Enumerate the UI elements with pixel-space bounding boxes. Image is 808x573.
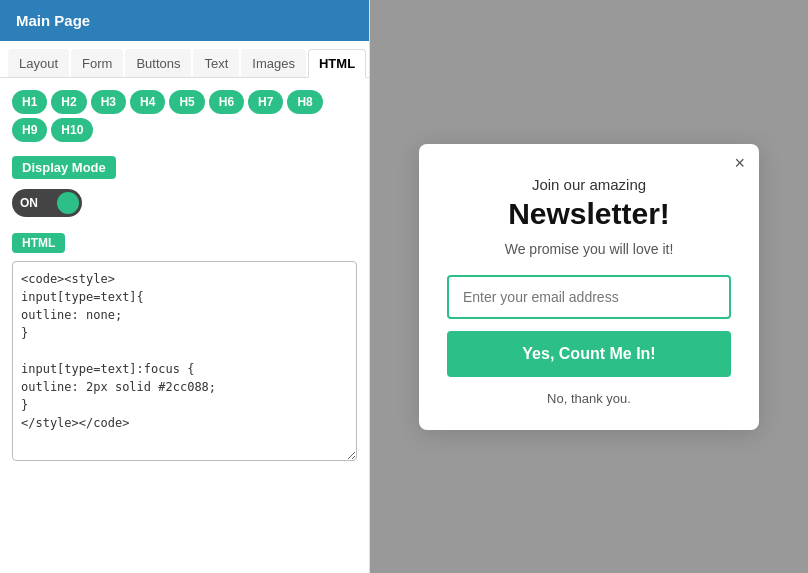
h4-button[interactable]: H4 [130, 90, 165, 114]
modal-title: Newsletter! [447, 197, 731, 231]
email-input[interactable] [447, 275, 731, 319]
modal-description: We promise you will love it! [447, 241, 731, 257]
html-section-label: HTML [12, 233, 65, 253]
cta-button[interactable]: Yes, Count Me In! [447, 331, 731, 377]
h7-button[interactable]: H7 [248, 90, 283, 114]
h2-button[interactable]: H2 [51, 90, 86, 114]
modal-subtitle: Join our amazing [447, 176, 731, 193]
tab-buttons[interactable]: Buttons [125, 49, 191, 77]
tab-html[interactable]: HTML [308, 49, 366, 78]
h8-button[interactable]: H8 [287, 90, 322, 114]
h6-button[interactable]: H6 [209, 90, 244, 114]
tab-images[interactable]: Images [241, 49, 306, 77]
h5-button[interactable]: H5 [169, 90, 204, 114]
display-mode-toggle[interactable]: ON [12, 189, 82, 217]
display-mode-label: Display Mode [12, 156, 116, 179]
toggle-on-label: ON [20, 196, 38, 210]
h1-button[interactable]: H1 [12, 90, 47, 114]
tab-text[interactable]: Text [193, 49, 239, 77]
right-panel: × Join our amazing Newsletter! We promis… [370, 0, 808, 573]
h3-button[interactable]: H3 [91, 90, 126, 114]
heading-buttons-row: H1 H2 H3 H4 H5 H6 H7 H8 H9 H10 [12, 90, 357, 142]
tab-form[interactable]: Form [71, 49, 123, 77]
panel-content: H1 H2 H3 H4 H5 H6 H7 H8 H9 H10 Display M… [0, 78, 369, 573]
newsletter-modal: × Join our amazing Newsletter! We promis… [419, 144, 759, 430]
panel-header: Main Page [0, 0, 369, 41]
h9-button[interactable]: H9 [12, 118, 47, 142]
code-textarea[interactable]: <code><style> input[type=text]{ outline:… [12, 261, 357, 461]
left-panel: Main Page Layout Form Buttons Text Image… [0, 0, 370, 573]
tabs-row: Layout Form Buttons Text Images HTML [0, 41, 369, 78]
toggle-knob [57, 192, 79, 214]
no-thanks-link[interactable]: No, thank you. [447, 391, 731, 406]
tab-layout[interactable]: Layout [8, 49, 69, 77]
h10-button[interactable]: H10 [51, 118, 93, 142]
modal-close-button[interactable]: × [734, 154, 745, 172]
panel-title: Main Page [16, 12, 90, 29]
toggle-row: ON [12, 189, 357, 217]
